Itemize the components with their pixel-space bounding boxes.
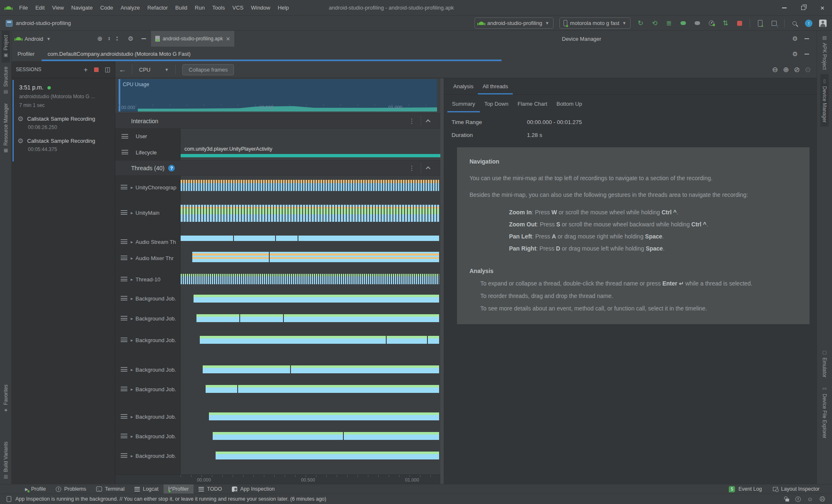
menu-vcs[interactable]: VCS — [228, 0, 247, 16]
sidebar-item-device-manager[interactable]: ▯ Device Manager — [820, 74, 829, 127]
tab-flame-chart[interactable]: Flame Chart — [513, 101, 552, 112]
expand-arrow-icon[interactable]: ▸ — [131, 277, 133, 282]
toolbar-item-todo[interactable]: TODO — [194, 484, 227, 494]
interaction-row-user[interactable]: User — [115, 128, 440, 144]
thread-activity-bar[interactable] — [181, 180, 439, 191]
apply-code-changes-button[interactable]: ≣ — [665, 19, 673, 27]
tab-top-down[interactable]: Top Down — [480, 101, 513, 112]
thread-activity-bar[interactable] — [209, 412, 439, 420]
project-widget[interactable]: android-studio-profiling — [6, 20, 71, 27]
metric-select[interactable]: CPU ▼ — [134, 67, 174, 73]
add-session-button[interactable]: + — [84, 66, 88, 73]
thread-activity-bar[interactable] — [196, 314, 439, 322]
thread-activity-bar[interactable] — [206, 385, 439, 393]
gear-icon[interactable]: ⚙ — [128, 35, 133, 42]
thread-row-label[interactable]: ▸Thread-10 — [115, 274, 181, 285]
thread-row-label[interactable]: ▸Background Job. — [115, 384, 181, 395]
editor-tab-apk[interactable]: android-studio-profiling.apk ✕ — [151, 31, 235, 47]
collapse-section-icon[interactable] — [426, 166, 430, 171]
expand-arrow-icon[interactable]: ▸ — [131, 296, 133, 301]
recording-item[interactable]: ⚙ Callstack Sample Recording — [12, 130, 115, 145]
interaction-row-lifecycle[interactable]: Lifecycle — [115, 144, 440, 160]
collapse-all-icon[interactable]: ▼▲ — [116, 37, 118, 41]
status-message-group[interactable]: App Inspection is running in the backgro… — [0, 496, 326, 502]
drag-handle-icon[interactable] — [121, 387, 127, 392]
notifications-icon[interactable]: ! — [795, 497, 801, 502]
menu-view[interactable]: View — [48, 0, 67, 16]
run-button[interactable]: ↻ — [636, 19, 645, 27]
lock-icon[interactable] — [785, 499, 789, 502]
help-icon[interactable]: ? — [168, 165, 175, 171]
menu-refactor[interactable]: Refactor — [144, 0, 171, 16]
expand-arrow-icon[interactable]: ▸ — [131, 185, 133, 190]
close-icon[interactable]: ✕ — [226, 36, 230, 42]
hide-panel-icon[interactable] — [805, 54, 809, 55]
threads-section-header[interactable]: Threads (40) ? ⋮ — [115, 160, 440, 176]
stop-session-icon[interactable] — [94, 67, 99, 72]
session-entry[interactable]: 3:51 p.m. androidstudio (Motorola Moto G… — [12, 78, 115, 108]
collapse-sessions-panel-icon[interactable]: ◫ — [105, 66, 111, 73]
profile-button[interactable] — [707, 19, 715, 27]
sidebar-item-structure[interactable]: ▤ Structure — [2, 62, 10, 99]
reset-zoom-icon[interactable]: ⊘ — [794, 65, 800, 74]
drag-handle-icon[interactable] — [122, 134, 128, 139]
hide-panel-icon[interactable] — [805, 38, 809, 39]
sidebar-item-build-variants[interactable]: ▥ Build Variants — [2, 417, 10, 484]
tab-summary[interactable]: Summary — [447, 101, 480, 112]
minimize-button[interactable] — [775, 0, 794, 16]
zoom-out-icon[interactable]: ⊖ — [772, 65, 778, 74]
drag-handle-icon[interactable] — [121, 256, 127, 261]
project-view-select[interactable]: Android ▼ — [12, 36, 51, 42]
menu-edit[interactable]: Edit — [32, 0, 48, 16]
toolbar-item-problems[interactable]: ! Problems — [51, 484, 91, 494]
drag-handle-icon[interactable] — [121, 239, 127, 244]
kebab-menu-icon[interactable]: ⋮ — [409, 117, 415, 125]
thread-activity-bar[interactable] — [213, 432, 439, 440]
profile-low-overhead-button[interactable]: ⇅ — [721, 19, 730, 27]
zoom-to-selection-icon[interactable]: ⊙ — [805, 65, 811, 74]
thread-row-label[interactable]: ▸Background Job. — [115, 313, 181, 324]
drag-handle-icon[interactable] — [121, 453, 127, 458]
thread-row-label[interactable]: ▸Background Job. — [115, 364, 181, 375]
device-select[interactable]: motorola moto g fast ▼ — [559, 17, 631, 29]
toolbar-item-profiler[interactable]: Profiler — [164, 484, 194, 494]
expand-arrow-icon[interactable]: ▸ — [131, 453, 133, 459]
collapse-frames-button[interactable]: Collapse frames — [182, 64, 234, 75]
happy-face-icon[interactable]: ☺ — [807, 496, 813, 502]
toolbar-item-profile[interactable]: ▶ Profile — [20, 484, 51, 494]
collapse-section-icon[interactable] — [426, 119, 430, 124]
expand-arrow-icon[interactable]: ▸ — [131, 414, 133, 420]
thread-activity-bar[interactable] — [181, 236, 439, 241]
thread-activity-bar[interactable] — [203, 365, 439, 373]
thread-row-label[interactable]: ▸Audio Stream Th — [115, 236, 181, 247]
sidebar-item-favorites[interactable]: ★ Favorites — [2, 380, 10, 417]
stop-button[interactable] — [735, 19, 744, 27]
gear-icon[interactable]: ⚙ — [792, 50, 798, 58]
select-opened-file-icon[interactable]: ⊕ — [97, 35, 103, 42]
drag-handle-icon[interactable] — [121, 414, 127, 419]
thread-row-label[interactable]: ▸Background Job. — [115, 293, 181, 304]
thread-row-label[interactable]: ▸Background Job. — [115, 431, 181, 442]
menu-run[interactable]: Run — [191, 0, 209, 16]
expand-arrow-icon[interactable]: ▸ — [131, 210, 133, 216]
thread-activity-bar[interactable] — [194, 295, 439, 303]
thread-activity-bar[interactable] — [200, 336, 439, 344]
expand-arrow-icon[interactable]: ▸ — [131, 239, 133, 245]
avatar[interactable] — [819, 19, 827, 27]
restore-button[interactable] — [794, 0, 813, 16]
sidebar-item-project[interactable]: ▣ Project — [2, 31, 10, 62]
search-everywhere-button[interactable] — [790, 19, 799, 27]
expand-arrow-icon[interactable]: ▸ — [131, 387, 133, 392]
running-devices-button[interactable] — [756, 19, 764, 27]
thread-activity-bar[interactable] — [216, 452, 439, 459]
tab-all-threads[interactable]: All threads — [478, 83, 512, 94]
drag-handle-icon[interactable] — [121, 210, 127, 215]
device-manager-button[interactable] — [770, 19, 778, 27]
event-log-button[interactable]: 5 Event Log — [729, 486, 762, 492]
hide-panel-icon[interactable] — [142, 38, 146, 39]
thread-activity-bar[interactable] — [192, 252, 439, 262]
run-configuration-select[interactable]: android-studio-profiling ▼ — [474, 17, 553, 29]
drag-handle-icon[interactable] — [122, 150, 128, 155]
menu-file[interactable]: File — [15, 0, 32, 16]
thread-row-label[interactable]: ▸UnityChoreograp — [115, 182, 181, 193]
